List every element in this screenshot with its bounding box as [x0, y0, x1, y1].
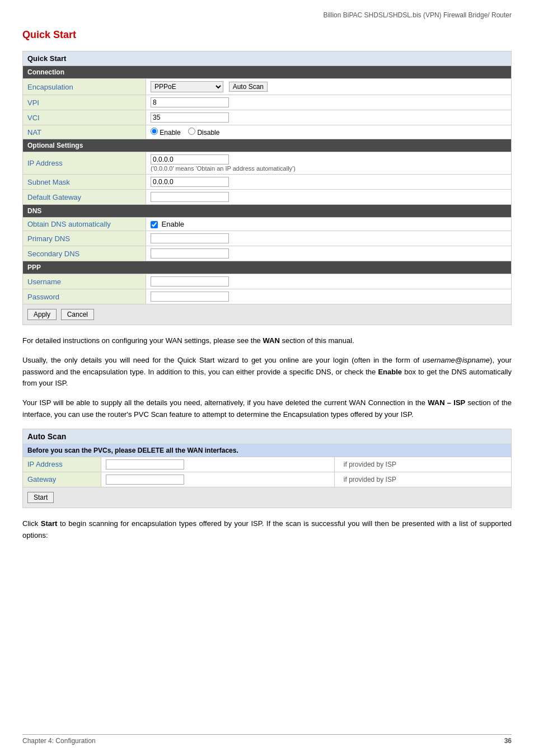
obtain-dns-checkbox-label: Enable: [151, 220, 184, 228]
prose-enable-bold: Enable: [378, 368, 402, 376]
as-notice-row: Before you scan the PVCs, please DELETE …: [23, 444, 512, 457]
prose-italic: username@ispname: [423, 356, 490, 364]
as-gateway-input-cell: [101, 472, 335, 487]
table-row: Subnet Mask: [23, 175, 512, 190]
ip-address-hint: ('0.0.0.0' means 'Obtain an IP address a…: [151, 165, 507, 172]
prose-paragraph-1: For detailed instructions on configuring…: [22, 335, 512, 347]
table-row: Obtain DNS automatically Enable: [23, 218, 512, 231]
as-gateway-label: Gateway: [23, 472, 101, 487]
vpi-input[interactable]: [151, 97, 229, 107]
header-title: Billion BiPAC SHDSL/SHDSL.bis (VPN) Fire…: [323, 11, 512, 19]
qs-section-header-row: Quick Start: [23, 51, 512, 66]
subnet-mask-input[interactable]: [151, 177, 229, 187]
nat-enable-radio[interactable]: [151, 128, 158, 135]
as-gateway-input[interactable]: [106, 475, 184, 485]
default-gateway-field: [146, 190, 512, 205]
header-bar: Billion BiPAC SHDSL/SHDSL.bis (VPN) Fire…: [22, 11, 512, 19]
password-input[interactable]: [151, 292, 229, 302]
nat-enable-label: Enable: [151, 129, 182, 137]
obtain-dns-label: Obtain DNS automatically: [23, 218, 146, 231]
encapsulation-label: Encapsulation: [23, 79, 146, 95]
page-title: Quick Start: [22, 29, 512, 41]
as-ip-address-label: IP Address: [23, 457, 101, 472]
table-row: VPI: [23, 95, 512, 110]
nat-label: NAT: [23, 125, 146, 139]
table-row: VCI: [23, 110, 512, 125]
primary-dns-field: [146, 231, 512, 246]
table-row: Username: [23, 274, 512, 289]
table-row: Gateway if provided by ISP: [23, 472, 512, 487]
prose-wan-isp-bold: WAN – ISP: [428, 398, 465, 407]
prose-paragraph-4: Click Start to begin scanning for encaps…: [22, 518, 512, 542]
start-button[interactable]: Start: [27, 492, 54, 503]
prose-wan-bold: WAN: [263, 336, 279, 345]
footer: Chapter 4: Configuration 36: [22, 734, 512, 745]
table-row: NAT Enable Disable: [23, 125, 512, 139]
as-gateway-hint: if provided by ISP: [334, 472, 511, 487]
prose-paragraph-3: Your ISP will be able to supply all the …: [22, 397, 512, 421]
encapsulation-field: PPPoE PPPoA MER IPoA Auto Scan: [146, 79, 512, 95]
as-buttons-row: Start: [23, 487, 512, 508]
page-number: 36: [504, 737, 512, 745]
qs-section-header: Quick Start: [23, 51, 512, 66]
quick-start-table: Quick Start Connection Encapsulation PPP…: [22, 51, 512, 325]
secondary-dns-input[interactable]: [151, 248, 229, 259]
password-field: [146, 289, 512, 304]
vpi-field: [146, 95, 512, 110]
cancel-button[interactable]: Cancel: [61, 309, 94, 320]
vci-field: [146, 110, 512, 125]
group-optional-row: Optional Settings: [23, 139, 512, 152]
auto-scan-button[interactable]: Auto Scan: [229, 82, 268, 92]
username-field: [146, 274, 512, 289]
obtain-dns-checkbox[interactable]: [151, 221, 158, 228]
secondary-dns-label: Secondary DNS: [23, 246, 146, 261]
nat-disable-radio[interactable]: [188, 128, 195, 135]
group-dns-row: DNS: [23, 205, 512, 218]
as-ip-address-hint: if provided by ISP: [334, 457, 511, 472]
subnet-mask-field: [146, 175, 512, 190]
group-ppp-label: PPP: [23, 261, 512, 274]
primary-dns-label: Primary DNS: [23, 231, 146, 246]
as-section-header-row: Auto Scan: [23, 429, 512, 444]
group-connection-label: Connection: [23, 66, 512, 79]
default-gateway-label: Default Gateway: [23, 190, 146, 205]
table-row: IP Address ('0.0.0.0' means 'Obtain an I…: [23, 152, 512, 175]
as-ip-address-input-cell: [101, 457, 335, 472]
ip-address-field: ('0.0.0.0' means 'Obtain an IP address a…: [146, 152, 512, 175]
password-label: Password: [23, 289, 146, 304]
footer-chapter: Chapter 4: Configuration: [22, 737, 96, 745]
as-section-header: Auto Scan: [23, 429, 512, 444]
group-ppp-row: PPP: [23, 261, 512, 274]
table-row: Default Gateway: [23, 190, 512, 205]
as-buttons-cell: Start: [23, 487, 512, 508]
as-ip-address-input[interactable]: [106, 459, 184, 469]
group-connection-row: Connection: [23, 66, 512, 79]
primary-dns-input[interactable]: [151, 233, 229, 243]
group-dns-label: DNS: [23, 205, 512, 218]
table-row: Encapsulation PPPoE PPPoA MER IPoA Auto …: [23, 79, 512, 95]
vci-label: VCI: [23, 110, 146, 125]
username-label: Username: [23, 274, 146, 289]
table-row: Password: [23, 289, 512, 304]
obtain-dns-field: Enable: [146, 218, 512, 231]
ip-address-input[interactable]: [151, 154, 229, 165]
qs-buttons-row: Apply Cancel: [23, 304, 512, 325]
prose-start-bold: Start: [41, 519, 58, 528]
secondary-dns-field: [146, 246, 512, 261]
vpi-label: VPI: [23, 95, 146, 110]
nat-disable-label: Disable: [188, 129, 219, 137]
auto-scan-table: Auto Scan Before you scan the PVCs, plea…: [22, 429, 512, 508]
prose-paragraph-2: Usually, the only details you will need …: [22, 355, 512, 389]
encapsulation-select[interactable]: PPPoE PPPoA MER IPoA: [151, 81, 223, 92]
group-optional-label: Optional Settings: [23, 139, 512, 152]
default-gateway-input[interactable]: [151, 192, 229, 202]
table-row: Primary DNS: [23, 231, 512, 246]
apply-button[interactable]: Apply: [27, 309, 57, 320]
as-notice: Before you scan the PVCs, please DELETE …: [23, 444, 512, 457]
username-input[interactable]: [151, 276, 229, 287]
subnet-mask-label: Subnet Mask: [23, 175, 146, 190]
table-row: IP Address if provided by ISP: [23, 457, 512, 472]
nat-field: Enable Disable: [146, 125, 512, 139]
vci-input[interactable]: [151, 112, 229, 123]
table-row: Secondary DNS: [23, 246, 512, 261]
